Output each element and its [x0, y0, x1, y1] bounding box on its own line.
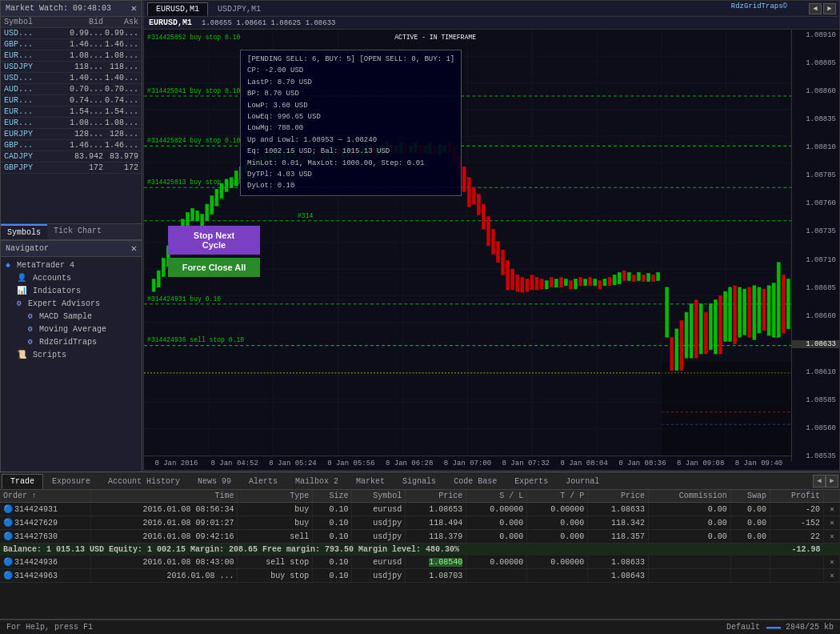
term-tab-code-base[interactable]: Code Base [445, 474, 506, 489]
chart-canvas[interactable]: #314425041 buy stop 0.10 #314425024 buy … [144, 30, 839, 462]
nav-item[interactable]: ⚙Expert Advisors [2, 297, 140, 310]
close-btn-p1[interactable]: ✕ [828, 558, 836, 567]
balance-row: Balance: 1 015.13 USD Equity: 1 002.15 M… [0, 544, 840, 556]
mw-row[interactable]: USD...0.99...0.99... [1, 28, 142, 39]
col-header-action [824, 490, 840, 503]
pending-commission-1 [649, 556, 731, 569]
terminal-panel: Trade Exposure Account History News 99 A… [0, 471, 840, 634]
svg-rect-110 [506, 261, 510, 290]
mw-row[interactable]: USDJPY118...118... [1, 62, 142, 73]
chart-scroll-left[interactable]: ◀ [809, 3, 822, 14]
term-tab-news[interactable]: News 99 [189, 474, 240, 489]
order-time-3: 2016.01.08 09:42:16 [91, 530, 238, 544]
close-btn-1[interactable]: ✕ [828, 505, 836, 514]
close-btn-p2[interactable]: ✕ [828, 572, 836, 580]
mw-row[interactable]: GBPJPY172172 [1, 163, 142, 174]
svg-rect-155 [729, 287, 732, 342]
svg-rect-148 [694, 300, 698, 359]
svg-rect-150 [704, 312, 707, 354]
nav-item[interactable]: 📊Indicators [2, 284, 140, 297]
trade-table-header: Order ↑ Time Type Size Symbol Price S / … [0, 490, 840, 503]
mw-row[interactable]: EUR...1.08...1.08... [1, 118, 142, 129]
mw-row[interactable]: GBP...1.46...1.46... [1, 140, 142, 151]
svg-rect-128 [594, 279, 597, 286]
terminal-scroll-right[interactable]: ▶ [826, 475, 838, 488]
svg-rect-45 [191, 208, 194, 221]
mw-row[interactable]: CADJPY83.94283.979 [1, 151, 142, 163]
ea-icon: ⚙ [28, 311, 33, 321]
nav-item[interactable]: ◆MetaTrader 4 [2, 259, 140, 271]
nav-item[interactable]: ⚙MACD Sample [2, 310, 140, 323]
svg-rect-118 [545, 281, 548, 289]
market-watch-rows: USD...0.99...0.99...GBP...1.46...1.46...… [1, 28, 142, 223]
chart-tab-usdjpy[interactable]: USDJPY,M1 [210, 3, 269, 15]
term-tab-alerts[interactable]: Alerts [240, 474, 286, 489]
mw-tab-symbols[interactable]: Symbols [1, 224, 47, 239]
navigator-close-button[interactable]: ✕ [131, 243, 137, 255]
order-cprice-2: 118.342 [588, 516, 649, 530]
col-header-tp: T / P [527, 490, 588, 503]
svg-rect-147 [690, 304, 693, 359]
term-tab-exposure[interactable]: Exposure [43, 474, 99, 489]
svg-rect-121 [559, 277, 562, 287]
ea-icon: ⚙ [28, 337, 33, 347]
mw-row[interactable]: EURJPY128...128... [1, 129, 142, 140]
order-close-1[interactable]: ✕ [824, 503, 840, 516]
nav-item[interactable]: 📜Scripts [2, 348, 140, 361]
svg-rect-111 [511, 269, 514, 290]
svg-rect-116 [535, 277, 538, 290]
nav-item[interactable]: 👤Accounts [2, 271, 140, 284]
order-profit-3: 22 [770, 530, 823, 544]
svg-rect-167 [786, 279, 790, 329]
chart-tab-eurusd[interactable]: EURUSD,M1 [147, 2, 208, 16]
market-watch-close-button[interactable]: ✕ [131, 2, 137, 14]
term-tab-account-history[interactable]: Account History [99, 474, 189, 489]
chart-header: EURUSD,M1 1.08655 1.08661 1.08625 1.0863… [144, 17, 839, 30]
pending-cprice-2: 1.08643 [588, 569, 649, 583]
mw-row[interactable]: GBP...1.46...1.46... [1, 39, 142, 50]
order-size-2: 0.10 [313, 516, 352, 530]
chart-scroll-right[interactable]: ▶ [823, 3, 836, 14]
pending-close-2[interactable]: ✕ [824, 569, 840, 583]
svg-rect-102 [467, 178, 470, 207]
close-btn-2[interactable]: ✕ [828, 519, 836, 528]
svg-rect-156 [734, 286, 737, 344]
order-close-3[interactable]: ✕ [824, 530, 840, 544]
svg-text:#314424936 sell stop 0.10: #314424936 sell stop 0.10 [147, 336, 244, 343]
svg-rect-49 [210, 196, 214, 215]
term-tab-journal[interactable]: Journal [557, 474, 608, 489]
stop-next-cycle-button[interactable]: Stop Next Cycle [168, 226, 260, 255]
mw-tab-tick[interactable]: Tick Chart [47, 224, 108, 239]
order-tp-3: 0.000 [527, 530, 588, 544]
nav-item[interactable]: ⚙RdzGridTraps [2, 335, 140, 348]
order-type-1: buy [238, 503, 313, 516]
order-symbol-1: eurusd [352, 503, 406, 516]
order-size-3: 0.10 [313, 530, 352, 544]
col-symbol: Symbol [4, 18, 68, 26]
term-tab-market[interactable]: Market [347, 474, 394, 489]
mw-row[interactable]: EUR...1.54...1.54... [1, 106, 142, 118]
term-tab-mailbox[interactable]: Mailbox 2 [286, 474, 347, 489]
svg-rect-46 [196, 211, 199, 220]
mw-row[interactable]: AUD...0.70...0.70... [1, 84, 142, 95]
term-tab-signals[interactable]: Signals [394, 474, 445, 489]
svg-rect-123 [570, 281, 573, 289]
mw-row[interactable]: EUR...1.08...1.08... [1, 50, 142, 62]
mw-row[interactable]: USD...1.40...1.40... [1, 73, 142, 84]
market-watch-columns: Symbol Bid Ask [1, 17, 142, 28]
status-help: For Help, press F1 [6, 623, 93, 632]
terminal-scroll-left[interactable]: ◀ [813, 475, 826, 488]
order-close-2[interactable]: ✕ [824, 516, 840, 530]
status-memory: ▬▬▬ 2848/25 kb [766, 623, 834, 632]
nav-item[interactable]: ⚙Moving Average [2, 323, 140, 335]
close-btn-3[interactable]: ✕ [828, 532, 836, 541]
svg-rect-107 [492, 229, 495, 254]
mw-row[interactable]: EUR...0.74...0.74... [1, 95, 142, 106]
svg-rect-127 [589, 277, 592, 285]
term-tab-trade[interactable]: Trade [2, 474, 43, 489]
term-tab-experts[interactable]: Experts [506, 474, 557, 489]
svg-rect-108 [497, 242, 500, 263]
svg-rect-115 [530, 275, 534, 290]
pending-close-1[interactable]: ✕ [824, 556, 840, 569]
force-close-all-button[interactable]: Force Close All [168, 258, 260, 277]
